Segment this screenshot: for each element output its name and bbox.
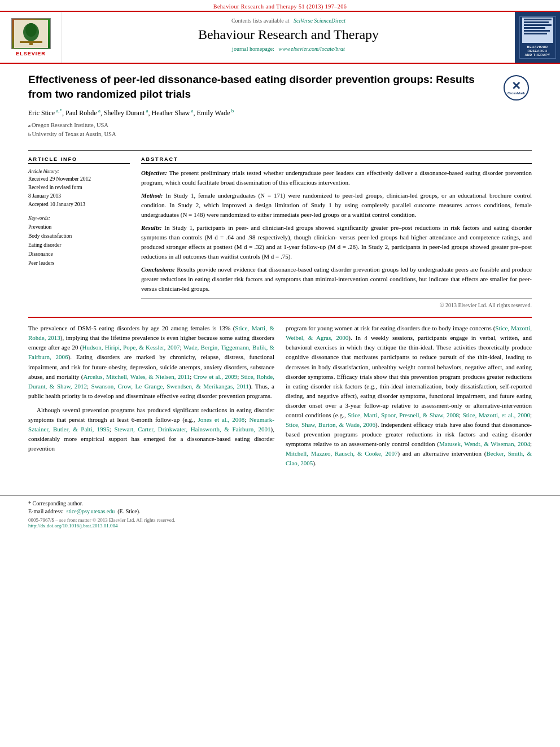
ref-stice2000b[interactable]: Stice, Mazotti, et al., 2000: [463, 412, 530, 418]
objective-text: The present preliminary trials tested wh…: [141, 169, 532, 186]
results-text: In Study 1, participants in peer- and cl…: [141, 224, 532, 260]
abstract-results: Results: In Study 1, participants in pee…: [141, 223, 532, 261]
footer-doi[interactable]: http://dx.doi.org/10.1016/j.brat.2013.01…: [28, 523, 532, 528]
article-info-column: ARTICLE INFO Article history: Received 2…: [28, 156, 130, 309]
crossmark-badge[interactable]: ✕ CrossMark: [501, 72, 532, 103]
article-history-block: Article history: Received 29 November 20…: [28, 168, 130, 209]
eating-text: eating: [235, 435, 250, 442]
keyword-3: Eating disorder: [28, 241, 130, 250]
page: Behaviour Research and Therapy 51 (2013)…: [0, 0, 560, 747]
ref-crow2009[interactable]: Crow et al., 2009: [194, 373, 238, 380]
affiliations: a Oregon Research Institute, USA b Unive…: [28, 121, 492, 139]
badge-line-6: [524, 33, 547, 34]
article-title-section: Effectiveness of peer-led dissonance-bas…: [28, 72, 532, 145]
svg-point-3: [25, 23, 37, 37]
affil-1: a Oregon Research Institute, USA: [28, 121, 492, 130]
affil-2-text: University of Texas at Austin, USA: [32, 130, 116, 139]
info-abstract-columns: ARTICLE INFO Article history: Received 2…: [28, 156, 532, 309]
keywords-label: Keywords:: [28, 215, 130, 221]
ref-stewart2001[interactable]: Stewart, Carter, Drinkwater, Hainsworth,…: [114, 426, 270, 433]
elsevier-tree-image: [11, 18, 51, 49]
date-received: Received 29 November 2012: [28, 175, 130, 184]
footnote-corresponding: * Corresponding author.: [28, 500, 83, 506]
author-2-name: Paul Rohde: [65, 109, 97, 117]
header-logo-right: BEHAVIOURRESEARCHAND THERAPY: [515, 12, 560, 63]
article-info-heading: ARTICLE INFO: [28, 156, 130, 164]
journal-homepage: journal homepage: www.elsevier.com/locat…: [73, 46, 504, 52]
ref-stice2013[interactable]: Stice, Marti, & Rohde, 2013: [28, 325, 274, 341]
abstract-conclusions: Conclusions: Results provide novel evide…: [141, 265, 532, 294]
badge-line-5: [524, 30, 550, 32]
authors-line: Eric Stice a,*, Paul Rohde a, Shelley Du…: [28, 108, 492, 117]
method-text: In Study 1, female undergraduates (N = 1…: [141, 192, 532, 218]
author-3-sup: a: [145, 108, 148, 113]
svg-rect-4: [20, 41, 42, 43]
conclusions-label: Conclusions:: [141, 266, 175, 273]
author-3-name: Shelley Durant: [104, 109, 145, 117]
homepage-url[interactable]: www.elsevier.com/locate/brat: [278, 46, 345, 52]
keyword-5: Peer leaders: [28, 259, 130, 268]
homepage-label: journal homepage:: [232, 46, 274, 52]
main-content: Effectiveness of peer-led dissonance-bas…: [0, 64, 560, 484]
abstract-method: Method: In Study 1, female undergraduate…: [141, 191, 532, 220]
author-2-sup: a: [97, 108, 100, 113]
ref-stice2000[interactable]: Stice, Mazotti, Weibel, & Agras, 2000: [286, 325, 532, 341]
keywords-block: Keywords: Prevention Body dissatisfactio…: [28, 215, 130, 268]
doi-link[interactable]: http://dx.doi.org/10.1016/j.brat.2013.01…: [28, 523, 118, 528]
crossmark-text: CrossMark: [508, 91, 525, 95]
article-title: Effectiveness of peer-led dissonance-bas…: [28, 72, 492, 101]
author-4-name: Heather Shaw: [151, 109, 190, 117]
keyword-2: Body dissatisfaction: [28, 231, 130, 241]
title-divider: [28, 150, 532, 151]
conclusions-text: Results provide novel evidence that diss…: [141, 266, 532, 292]
copyright-line: © 2013 Elsevier Ltd. All rights reserved…: [141, 298, 532, 308]
badge-label: BEHAVIOURRESEARCHAND THERAPY: [524, 45, 550, 57]
body-p1: The prevalence of DSM-5 eating disorders…: [28, 324, 274, 400]
competence-ratings-text: competence ratings: [470, 234, 519, 241]
sciverse-link[interactable]: SciVerse ScienceDirect: [294, 18, 345, 24]
body-section: The prevalence of DSM-5 eating disorders…: [28, 324, 532, 473]
header-center: Contents lists available at SciVerse Sci…: [62, 12, 515, 63]
ref-matusek2004[interactable]: Matusek, Wendt, & Wiseman, 2004: [439, 440, 530, 447]
crossmark-symbol: ✕: [511, 80, 521, 91]
elsevier-logo-left: ELSEVIER: [0, 12, 62, 63]
affil-2: b University of Texas at Austin, USA: [28, 130, 492, 139]
ref-mitchell2007[interactable]: Mitchell, Mazzeo, Rausch, & Cooke, 2007: [286, 450, 398, 457]
results-label: Results:: [141, 224, 162, 231]
ref-stice2008[interactable]: Stice, Marti, Spoor, Presnell, & Shaw, 2…: [348, 412, 459, 418]
abstract-objective: Objective: The present preliminary trial…: [141, 168, 532, 187]
abstract-text: Objective: The present preliminary trial…: [141, 168, 532, 294]
ref-jones2008[interactable]: Jones et al., 2008: [198, 416, 245, 423]
keyword-1: Prevention: [28, 222, 130, 231]
ref-stice2006[interactable]: Stice, Shaw, Burton, & Wade, 2006: [286, 421, 375, 428]
author-5-sup: b: [230, 108, 234, 113]
email-label: E-mail address:: [28, 508, 63, 514]
body-divider: [28, 317, 532, 318]
abstract-heading: ABSTRACT: [141, 156, 532, 164]
body-col-1: The prevalence of DSM-5 eating disorders…: [28, 324, 274, 473]
body-col2-p1: program for young women at risk for eati…: [286, 324, 532, 468]
elsevier-logo: ELSEVIER: [11, 18, 51, 56]
badge-line-2: [524, 21, 549, 23]
history-label: Article history:: [28, 168, 130, 174]
ref-hudson2007[interactable]: Hudson, Hiripi, Pope, & Kessler, 2007: [82, 344, 180, 351]
crossmark-circle: ✕ CrossMark: [504, 75, 529, 101]
author-4-sup: a: [190, 108, 193, 113]
method-label: Method:: [141, 192, 163, 199]
ref-swanson2011[interactable]: Swanson, Crow, Le Grange, Swendsen, & Me…: [91, 383, 250, 390]
ref-arcelus2011[interactable]: Arcelus, Mitchell, Wales, & Nielsen, 201…: [83, 373, 190, 380]
journal-badge: BEHAVIOURRESEARCHAND THERAPY: [519, 16, 556, 59]
info-dates: Received 29 November 2012 Received in re…: [28, 175, 130, 209]
affil-1-text: Oregon Research Institute, USA: [32, 121, 108, 130]
page-footer: * Corresponding author. E-mail address: …: [0, 495, 560, 533]
author-5-name: Emily Wade: [196, 109, 230, 117]
author-1-name: Eric Stice: [28, 109, 55, 117]
body-col-2: program for young women at risk for eati…: [286, 324, 532, 473]
footer-copyright: 0005-7967/$ – see front matter © 2013 El…: [28, 517, 532, 523]
elsevier-text-label: ELSEVIER: [11, 51, 51, 56]
sciverse-text: Contents lists available at: [231, 18, 289, 24]
email-address[interactable]: stice@psy.utexas.edu: [66, 508, 115, 514]
affil-2-sup: b: [28, 131, 31, 139]
badge-lines-graphic: [522, 18, 553, 43]
footnote-email: E-mail address: stice@psy.utexas.edu (E.…: [28, 508, 532, 514]
